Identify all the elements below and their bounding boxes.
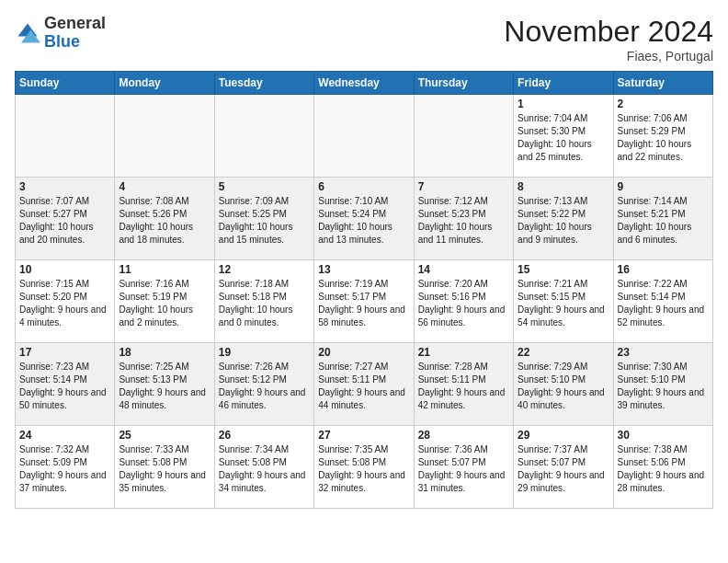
day-number: 25 bbox=[119, 429, 210, 442]
day-info: Sunrise: 7:13 AMSunset: 5:22 PMDaylight:… bbox=[518, 195, 609, 247]
calendar-cell: 4Sunrise: 7:08 AMSunset: 5:26 PMDaylight… bbox=[115, 178, 214, 260]
day-number: 11 bbox=[119, 263, 210, 276]
calendar-cell: 5Sunrise: 7:09 AMSunset: 5:25 PMDaylight… bbox=[214, 178, 313, 260]
calendar-header-thursday: Thursday bbox=[414, 72, 513, 95]
calendar-cell: 11Sunrise: 7:16 AMSunset: 5:19 PMDayligh… bbox=[115, 260, 214, 343]
day-number: 17 bbox=[19, 346, 110, 359]
day-info: Sunrise: 7:12 AMSunset: 5:23 PMDaylight:… bbox=[418, 195, 509, 247]
calendar-cell bbox=[16, 95, 115, 178]
calendar-header-saturday: Saturday bbox=[613, 72, 712, 95]
page: General Blue November 2024 Fiaes, Portug… bbox=[0, 0, 728, 516]
logo-text: General Blue bbox=[44, 15, 106, 52]
day-info: Sunrise: 7:19 AMSunset: 5:17 PMDaylight:… bbox=[318, 278, 409, 329]
calendar-cell bbox=[414, 95, 513, 178]
title-block: November 2024 Fiaes, Portugal bbox=[504, 15, 713, 63]
calendar-cell bbox=[115, 95, 214, 178]
calendar-cell: 26Sunrise: 7:34 AMSunset: 5:08 PMDayligh… bbox=[214, 426, 313, 509]
calendar-cell: 16Sunrise: 7:22 AMSunset: 5:14 PMDayligh… bbox=[613, 260, 712, 343]
calendar-cell bbox=[214, 95, 313, 178]
day-info: Sunrise: 7:32 AMSunset: 5:09 PMDaylight:… bbox=[19, 443, 110, 495]
day-number: 15 bbox=[518, 263, 609, 276]
day-info: Sunrise: 7:38 AMSunset: 5:06 PMDaylight:… bbox=[618, 443, 709, 495]
calendar-header-wednesday: Wednesday bbox=[314, 72, 414, 95]
calendar-week-row: 10Sunrise: 7:15 AMSunset: 5:20 PMDayligh… bbox=[16, 260, 713, 343]
day-info: Sunrise: 7:09 AMSunset: 5:25 PMDaylight:… bbox=[219, 195, 310, 247]
day-info: Sunrise: 7:08 AMSunset: 5:26 PMDaylight:… bbox=[119, 195, 210, 247]
day-info: Sunrise: 7:35 AMSunset: 5:08 PMDaylight:… bbox=[318, 443, 409, 495]
calendar-header-friday: Friday bbox=[514, 72, 613, 95]
calendar-week-row: 3Sunrise: 7:07 AMSunset: 5:27 PMDaylight… bbox=[16, 178, 713, 260]
calendar-cell: 2Sunrise: 7:06 AMSunset: 5:29 PMDaylight… bbox=[613, 95, 712, 178]
calendar-week-row: 1Sunrise: 7:04 AMSunset: 5:30 PMDaylight… bbox=[16, 95, 713, 178]
calendar-cell: 9Sunrise: 7:14 AMSunset: 5:21 PMDaylight… bbox=[613, 178, 712, 260]
calendar-cell: 10Sunrise: 7:15 AMSunset: 5:20 PMDayligh… bbox=[16, 260, 115, 343]
calendar-cell: 15Sunrise: 7:21 AMSunset: 5:15 PMDayligh… bbox=[514, 260, 613, 343]
day-info: Sunrise: 7:33 AMSunset: 5:08 PMDaylight:… bbox=[119, 443, 210, 495]
day-number: 13 bbox=[318, 263, 409, 276]
day-number: 6 bbox=[318, 180, 409, 193]
day-info: Sunrise: 7:36 AMSunset: 5:07 PMDaylight:… bbox=[418, 443, 509, 495]
day-number: 1 bbox=[518, 98, 609, 110]
day-number: 12 bbox=[219, 263, 310, 276]
day-number: 8 bbox=[518, 180, 609, 193]
day-info: Sunrise: 7:20 AMSunset: 5:16 PMDaylight:… bbox=[418, 278, 509, 329]
calendar-cell: 13Sunrise: 7:19 AMSunset: 5:17 PMDayligh… bbox=[314, 260, 414, 343]
day-number: 28 bbox=[418, 429, 509, 442]
day-info: Sunrise: 7:22 AMSunset: 5:14 PMDaylight:… bbox=[618, 278, 709, 329]
day-number: 18 bbox=[119, 346, 210, 359]
calendar-header-monday: Monday bbox=[115, 72, 214, 95]
day-number: 26 bbox=[219, 429, 310, 442]
day-info: Sunrise: 7:07 AMSunset: 5:27 PMDaylight:… bbox=[19, 195, 110, 247]
day-info: Sunrise: 7:06 AMSunset: 5:29 PMDaylight:… bbox=[618, 112, 709, 164]
calendar-cell: 19Sunrise: 7:26 AMSunset: 5:12 PMDayligh… bbox=[214, 343, 313, 426]
logo: General Blue bbox=[15, 15, 106, 52]
day-number: 23 bbox=[618, 346, 709, 359]
calendar-week-row: 24Sunrise: 7:32 AMSunset: 5:09 PMDayligh… bbox=[16, 426, 713, 509]
day-number: 5 bbox=[219, 180, 310, 193]
day-info: Sunrise: 7:25 AMSunset: 5:13 PMDaylight:… bbox=[119, 361, 210, 412]
calendar-cell: 28Sunrise: 7:36 AMSunset: 5:07 PMDayligh… bbox=[414, 426, 513, 509]
calendar-cell: 18Sunrise: 7:25 AMSunset: 5:13 PMDayligh… bbox=[115, 343, 214, 426]
month-title: November 2024 bbox=[504, 15, 713, 49]
calendar-cell: 17Sunrise: 7:23 AMSunset: 5:14 PMDayligh… bbox=[16, 343, 115, 426]
day-info: Sunrise: 7:10 AMSunset: 5:24 PMDaylight:… bbox=[318, 195, 409, 247]
calendar-cell: 14Sunrise: 7:20 AMSunset: 5:16 PMDayligh… bbox=[414, 260, 513, 343]
day-number: 14 bbox=[418, 263, 509, 276]
day-number: 20 bbox=[318, 346, 409, 359]
day-info: Sunrise: 7:28 AMSunset: 5:11 PMDaylight:… bbox=[418, 361, 509, 412]
calendar-cell: 30Sunrise: 7:38 AMSunset: 5:06 PMDayligh… bbox=[613, 426, 712, 509]
calendar-header-tuesday: Tuesday bbox=[214, 72, 313, 95]
calendar-cell: 6Sunrise: 7:10 AMSunset: 5:24 PMDaylight… bbox=[314, 178, 414, 260]
header: General Blue November 2024 Fiaes, Portug… bbox=[15, 15, 713, 63]
day-info: Sunrise: 7:30 AMSunset: 5:10 PMDaylight:… bbox=[618, 361, 709, 412]
day-number: 3 bbox=[19, 180, 110, 193]
calendar-cell: 24Sunrise: 7:32 AMSunset: 5:09 PMDayligh… bbox=[16, 426, 115, 509]
day-number: 30 bbox=[618, 429, 709, 442]
day-info: Sunrise: 7:14 AMSunset: 5:21 PMDaylight:… bbox=[618, 195, 709, 247]
day-info: Sunrise: 7:34 AMSunset: 5:08 PMDaylight:… bbox=[219, 443, 310, 495]
logo-icon bbox=[15, 20, 40, 46]
calendar-week-row: 17Sunrise: 7:23 AMSunset: 5:14 PMDayligh… bbox=[16, 343, 713, 426]
day-info: Sunrise: 7:04 AMSunset: 5:30 PMDaylight:… bbox=[518, 112, 609, 164]
location: Fiaes, Portugal bbox=[504, 49, 713, 63]
day-number: 27 bbox=[318, 429, 409, 442]
calendar-cell: 25Sunrise: 7:33 AMSunset: 5:08 PMDayligh… bbox=[115, 426, 214, 509]
day-info: Sunrise: 7:16 AMSunset: 5:19 PMDaylight:… bbox=[119, 278, 210, 329]
day-number: 22 bbox=[518, 346, 609, 359]
day-number: 24 bbox=[19, 429, 110, 442]
calendar-cell: 7Sunrise: 7:12 AMSunset: 5:23 PMDaylight… bbox=[414, 178, 513, 260]
calendar-cell: 12Sunrise: 7:18 AMSunset: 5:18 PMDayligh… bbox=[214, 260, 313, 343]
day-number: 2 bbox=[618, 98, 709, 110]
day-info: Sunrise: 7:23 AMSunset: 5:14 PMDaylight:… bbox=[19, 361, 110, 412]
day-info: Sunrise: 7:18 AMSunset: 5:18 PMDaylight:… bbox=[219, 278, 310, 329]
calendar-cell: 22Sunrise: 7:29 AMSunset: 5:10 PMDayligh… bbox=[514, 343, 613, 426]
logo-general: General bbox=[44, 14, 106, 32]
calendar-cell: 1Sunrise: 7:04 AMSunset: 5:30 PMDaylight… bbox=[514, 95, 613, 178]
day-number: 4 bbox=[119, 180, 210, 193]
day-info: Sunrise: 7:15 AMSunset: 5:20 PMDaylight:… bbox=[19, 278, 110, 329]
day-number: 7 bbox=[418, 180, 509, 193]
day-number: 16 bbox=[618, 263, 709, 276]
calendar-cell: 29Sunrise: 7:37 AMSunset: 5:07 PMDayligh… bbox=[514, 426, 613, 509]
day-number: 29 bbox=[518, 429, 609, 442]
day-number: 9 bbox=[618, 180, 709, 193]
